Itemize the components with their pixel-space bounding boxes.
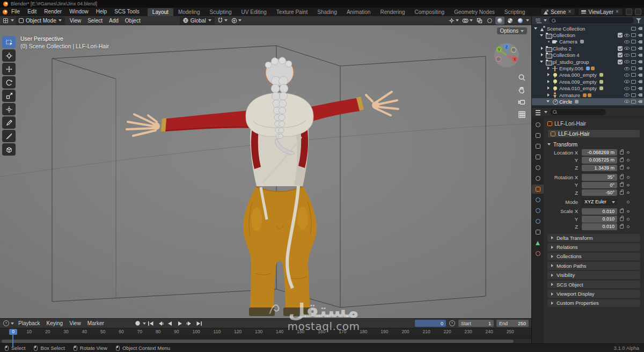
tab-scene[interactable] xyxy=(532,163,544,172)
extras-button[interactable] xyxy=(635,9,641,15)
render-camera-icon[interactable] xyxy=(638,60,642,63)
tab-physics[interactable] xyxy=(532,217,544,226)
start-frame-field[interactable]: Start1 xyxy=(458,320,494,327)
viewport-menu[interactable]: View xyxy=(67,17,85,25)
scale-x-field[interactable]: 0.010 xyxy=(582,208,617,215)
ortho-grid-icon[interactable] xyxy=(518,111,526,119)
chevron-down-icon[interactable] xyxy=(11,322,14,325)
outliner-item-label[interactable]: Area.009_empty xyxy=(559,79,597,85)
eye-icon[interactable] xyxy=(624,54,630,57)
workspace-tab[interactable]: Compositing xyxy=(410,8,450,16)
render-camera-icon[interactable] xyxy=(638,27,642,30)
outliner-row-scene-collection[interactable]: Scene Collection xyxy=(532,25,644,32)
outliner-row-cloths-2[interactable]: Cloths 2 xyxy=(532,45,644,52)
lock-icon[interactable] xyxy=(620,225,624,229)
section-header[interactable]: Collections xyxy=(547,253,640,261)
menubar-menu[interactable]: File xyxy=(8,8,24,16)
scale-tool[interactable] xyxy=(2,90,16,102)
outliner-item-label[interactable]: Scene Collection xyxy=(547,26,585,32)
orientation-dropdown[interactable]: Global xyxy=(180,17,215,25)
menubar-menu[interactable]: SCS Tools xyxy=(111,8,143,16)
render-camera-icon[interactable] xyxy=(638,34,642,37)
outliner-item-label[interactable]: Empty.006 xyxy=(559,65,583,71)
next-keyframe-button[interactable] xyxy=(185,320,194,327)
screen-icon[interactable] xyxy=(631,33,636,37)
object-name-field[interactable]: LLF-Lori-Hair xyxy=(547,129,640,138)
shading-dropdown-caret-icon[interactable] xyxy=(526,19,529,21)
workspace-tab[interactable]: Scripting xyxy=(500,8,530,16)
outliner-item-label[interactable]: Area.000_empty xyxy=(559,72,597,78)
workspace-tab[interactable]: UV Editing xyxy=(237,8,272,16)
animate-dot-icon[interactable] xyxy=(627,210,630,213)
screen-icon[interactable] xyxy=(631,40,636,43)
animate-dot-icon[interactable] xyxy=(627,167,630,170)
animate-dot-icon[interactable] xyxy=(627,151,630,154)
tab-view-layer[interactable] xyxy=(532,152,544,162)
auto-keyframe-button[interactable] xyxy=(133,320,142,327)
eye-icon[interactable] xyxy=(624,60,630,63)
rotation-mode-dropdown[interactable]: XYZ Euler xyxy=(582,199,617,206)
tab-object[interactable] xyxy=(532,185,544,194)
eye-icon[interactable] xyxy=(624,100,630,103)
shading-rendered-button[interactable] xyxy=(516,17,525,25)
tab-object-data[interactable] xyxy=(532,238,544,247)
outliner-item-label[interactable]: Circle xyxy=(559,99,572,105)
section-header[interactable]: Motion Paths xyxy=(547,262,640,270)
eye-icon[interactable] xyxy=(624,40,630,43)
checkbox-icon[interactable] xyxy=(618,33,623,38)
editor-type-icon[interactable] xyxy=(2,17,9,24)
viewport-menu[interactable]: Select xyxy=(84,17,106,25)
outliner-item-label[interactable]: Collection xyxy=(553,32,575,38)
jump-to-end-button[interactable] xyxy=(195,320,204,327)
timeline-scrollbar[interactable] xyxy=(0,339,531,343)
workspace-tab[interactable]: Layout xyxy=(148,8,173,16)
rotation-z-field[interactable]: -50° xyxy=(582,189,617,196)
preview-range-clock-icon[interactable] xyxy=(449,320,456,327)
select-box-tool[interactable] xyxy=(2,36,16,48)
workspace-tab[interactable]: Sculpting xyxy=(204,8,236,16)
chevron-down-icon[interactable] xyxy=(546,99,551,104)
viewport-menu[interactable]: Object xyxy=(122,17,144,25)
new-view-layer-button[interactable] xyxy=(626,9,632,15)
workspace-tab[interactable]: Texture Paint xyxy=(272,8,312,16)
zoom-icon[interactable] xyxy=(518,74,526,82)
animate-dot-icon[interactable] xyxy=(627,201,630,203)
xray-toggle[interactable] xyxy=(475,17,484,25)
lock-icon[interactable] xyxy=(620,151,624,155)
outliner-item-label[interactable]: Area.010_empty xyxy=(559,85,597,91)
rotation-x-field[interactable]: 35° xyxy=(582,174,617,181)
prev-keyframe-button[interactable] xyxy=(156,320,165,327)
section-header[interactable]: Relations xyxy=(547,243,640,251)
timeline-track-area[interactable] xyxy=(0,335,531,339)
animate-dot-icon[interactable] xyxy=(627,176,630,179)
chevron-down-icon[interactable] xyxy=(544,19,547,21)
timeline-menu[interactable]: Keying xyxy=(43,319,67,327)
section-header[interactable]: Custom Properties xyxy=(547,299,640,307)
unlink-scene-icon[interactable] xyxy=(568,10,572,14)
snap-toggle[interactable] xyxy=(216,17,229,25)
lock-icon[interactable] xyxy=(620,175,624,179)
outliner-row-collection[interactable]: Collection xyxy=(532,32,644,38)
chevron-right-icon[interactable] xyxy=(546,86,551,91)
outliner-editor-icon[interactable] xyxy=(535,17,541,24)
outliner-search-input[interactable] xyxy=(549,17,634,24)
chevron-right-icon[interactable] xyxy=(546,72,551,77)
viewport-3d[interactable]: User Perspective (0) Scene Collection | … xyxy=(0,25,531,318)
render-camera-icon[interactable] xyxy=(638,74,642,77)
chevron-down-icon[interactable] xyxy=(544,111,547,113)
lock-icon[interactable] xyxy=(620,183,624,187)
checkbox-icon[interactable] xyxy=(618,60,623,64)
menubar-menu[interactable]: Edit xyxy=(24,8,40,16)
screen-icon[interactable] xyxy=(631,93,636,97)
render-camera-icon[interactable] xyxy=(638,40,642,43)
view-layer-selector[interactable]: ViewLayer xyxy=(578,8,623,16)
viewport-menu[interactable]: Add xyxy=(106,17,122,25)
filter-icon[interactable] xyxy=(636,18,641,23)
tab-particles[interactable] xyxy=(532,206,544,215)
render-camera-icon[interactable] xyxy=(638,80,642,83)
eye-icon[interactable] xyxy=(624,74,630,77)
properties-search-input[interactable] xyxy=(550,109,606,115)
section-header[interactable]: Visibility xyxy=(547,271,640,279)
options-dropdown[interactable]: Options xyxy=(497,27,527,34)
transform-section-header[interactable]: Transform xyxy=(547,140,640,149)
